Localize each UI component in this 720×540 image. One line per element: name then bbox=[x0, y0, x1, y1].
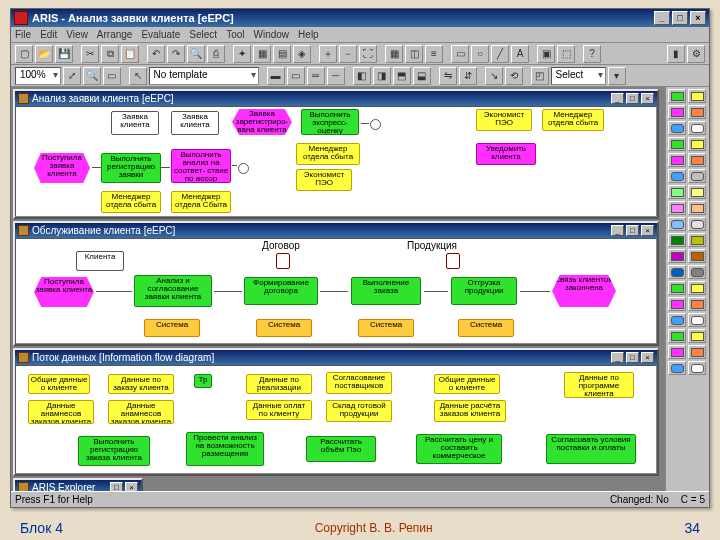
menu-tool[interactable]: Tool bbox=[226, 29, 244, 40]
node-doc-icon[interactable] bbox=[446, 253, 460, 269]
node-event[interactable]: Связь клиентом закончена bbox=[552, 275, 616, 307]
style-d-icon[interactable]: ─ bbox=[327, 67, 345, 85]
properties-icon[interactable]: ⚙ bbox=[687, 45, 705, 63]
canvas-1[interactable]: Договор Продукция Клиента Поступила заяв… bbox=[15, 238, 657, 344]
node-org[interactable]: Менеджер отдела Сбыта bbox=[171, 191, 231, 213]
pointer-icon[interactable]: ↖ bbox=[129, 67, 147, 85]
cut-icon[interactable]: ✂ bbox=[81, 45, 99, 63]
node-event[interactable]: Заявка зарегистриро- вана клиента bbox=[232, 109, 292, 135]
palette-shape-26[interactable] bbox=[668, 297, 686, 311]
node-func[interactable]: Отгрузка продукции bbox=[451, 277, 517, 305]
node-info[interactable]: Данные по программе клиента bbox=[564, 372, 634, 398]
flip-h-icon[interactable]: ⇋ bbox=[439, 67, 457, 85]
open-icon[interactable]: 📂 bbox=[35, 45, 53, 63]
palette-shape-2[interactable] bbox=[668, 105, 686, 119]
select-combo[interactable]: Select bbox=[551, 67, 606, 85]
node-func[interactable]: Выполнить регистрацию заявки bbox=[101, 153, 161, 183]
canvas-0[interactable]: Заявка клиента Заявка клиента Заявка зар… bbox=[15, 106, 657, 217]
print-icon[interactable]: ⎙ bbox=[207, 45, 225, 63]
doc-min-2[interactable]: _ bbox=[611, 352, 624, 363]
node-info[interactable]: Данные анамнесов заказов клиента bbox=[108, 400, 174, 424]
palette-shape-35[interactable] bbox=[688, 361, 706, 375]
palette-shape-12[interactable] bbox=[668, 185, 686, 199]
palette-shape-22[interactable] bbox=[668, 265, 686, 279]
palette-shape-29[interactable] bbox=[688, 313, 706, 327]
flip-v-icon[interactable]: ⇵ bbox=[459, 67, 477, 85]
tool-a-icon[interactable]: ✦ bbox=[233, 45, 251, 63]
snap-icon[interactable]: ◫ bbox=[405, 45, 423, 63]
node-info[interactable]: Согласование поставщиков bbox=[326, 372, 392, 394]
menu-help[interactable]: Help bbox=[298, 29, 319, 40]
palette-shape-30[interactable] bbox=[668, 329, 686, 343]
palette-shape-33[interactable] bbox=[688, 345, 706, 359]
arrange-b-icon[interactable]: ◨ bbox=[373, 67, 391, 85]
palette-shape-11[interactable] bbox=[688, 169, 706, 183]
node-org[interactable]: Экономист ПЭО bbox=[296, 169, 352, 191]
arrange-c-icon[interactable]: ⬒ bbox=[393, 67, 411, 85]
palette-shape-21[interactable] bbox=[688, 249, 706, 263]
more-icon[interactable]: ▾ bbox=[608, 67, 626, 85]
node-info[interactable]: Данные расчёта заказов клиента bbox=[434, 400, 506, 422]
node-sys[interactable]: Система bbox=[458, 319, 514, 337]
palette-shape-13[interactable] bbox=[688, 185, 706, 199]
doc-close-2[interactable]: × bbox=[641, 352, 654, 363]
layer-icon[interactable]: ▣ bbox=[537, 45, 555, 63]
palette-shape-4[interactable] bbox=[668, 121, 686, 135]
palette-shape-8[interactable] bbox=[668, 153, 686, 167]
palette-shape-19[interactable] bbox=[688, 233, 706, 247]
palette-shape-7[interactable] bbox=[688, 137, 706, 151]
palette-shape-23[interactable] bbox=[688, 265, 706, 279]
menu-evaluate[interactable]: Evaluate bbox=[141, 29, 180, 40]
save-icon[interactable]: 💾 bbox=[55, 45, 73, 63]
close-button[interactable]: × bbox=[690, 11, 706, 25]
node-func[interactable]: Анализ и согласование заявки клиента bbox=[134, 275, 212, 307]
minimize-button[interactable]: _ bbox=[654, 11, 670, 25]
node-sys[interactable]: Система bbox=[144, 319, 200, 337]
doc-restore-3[interactable]: □ bbox=[110, 482, 123, 492]
node-sys[interactable]: Система bbox=[358, 319, 414, 337]
node-info[interactable]: Данные по заказу клиента bbox=[108, 374, 174, 394]
arrange-d-icon[interactable]: ⬓ bbox=[413, 67, 431, 85]
menu-window[interactable]: Window bbox=[254, 29, 290, 40]
menu-edit[interactable]: Edit bbox=[40, 29, 57, 40]
node-org[interactable]: Менеджер отдела сбыта bbox=[101, 191, 161, 213]
doc-min-1[interactable]: _ bbox=[611, 225, 624, 236]
palette-shape-18[interactable] bbox=[668, 233, 686, 247]
zoom-out-icon[interactable]: － bbox=[339, 45, 357, 63]
circle-tool-icon[interactable]: ○ bbox=[471, 45, 489, 63]
node-func[interactable]: Выполнение заказа bbox=[351, 277, 421, 305]
connector-xor-icon[interactable] bbox=[370, 119, 381, 130]
tool-c-icon[interactable]: ▤ bbox=[273, 45, 291, 63]
find-icon[interactable]: 🔍 bbox=[187, 45, 205, 63]
node-func[interactable]: Уведомить клиента bbox=[476, 143, 536, 165]
tool-d-icon[interactable]: ◈ bbox=[293, 45, 311, 63]
palette-shape-34[interactable] bbox=[668, 361, 686, 375]
text-tool-icon[interactable]: A bbox=[511, 45, 529, 63]
zoom-combo[interactable]: 100% bbox=[15, 67, 61, 85]
doc-close-3[interactable]: × bbox=[125, 482, 138, 492]
undo-icon[interactable]: ↶ bbox=[147, 45, 165, 63]
menu-file[interactable]: File bbox=[15, 29, 31, 40]
node-func[interactable]: Провести анализ на возможность размещени… bbox=[186, 432, 264, 466]
palette-shape-14[interactable] bbox=[668, 201, 686, 215]
connector-and-icon[interactable] bbox=[238, 163, 249, 174]
node-info[interactable]: Данные оплат по клиенту bbox=[246, 400, 312, 420]
palette-shape-27[interactable] bbox=[688, 297, 706, 311]
menu-view[interactable]: View bbox=[66, 29, 88, 40]
doc-min-0[interactable]: _ bbox=[611, 93, 624, 104]
tool-b-icon[interactable]: ▦ bbox=[253, 45, 271, 63]
zoom-in-icon[interactable]: ＋ bbox=[319, 45, 337, 63]
style-c-icon[interactable]: ═ bbox=[307, 67, 325, 85]
doc-max-0[interactable]: □ bbox=[626, 93, 639, 104]
canvas-2[interactable]: Общие данные о клиенте Данные по заказу … bbox=[15, 365, 657, 474]
node-org[interactable]: Менеджер отдела сбыта bbox=[296, 143, 360, 165]
node-org[interactable]: Экономист ПЭО bbox=[476, 109, 532, 131]
palette-shape-1[interactable] bbox=[688, 89, 706, 103]
node-func[interactable]: Формирование договора bbox=[244, 277, 318, 305]
maximize-button[interactable]: □ bbox=[672, 11, 688, 25]
link-icon[interactable]: ⟲ bbox=[505, 67, 523, 85]
zoom-actual-icon[interactable]: ⤢ bbox=[63, 67, 81, 85]
palette-shape-10[interactable] bbox=[668, 169, 686, 183]
node-doc[interactable]: Клиента bbox=[76, 251, 124, 271]
rect-tool-icon[interactable]: ▭ bbox=[451, 45, 469, 63]
